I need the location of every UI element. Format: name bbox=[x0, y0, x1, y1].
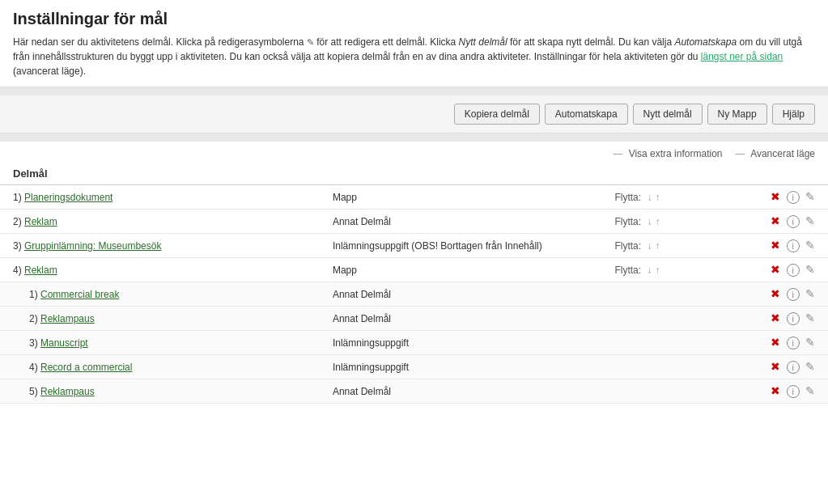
delmål-link[interactable]: Record a commercial bbox=[40, 362, 132, 373]
flytta-cell bbox=[601, 282, 742, 307]
col-flytta bbox=[601, 163, 742, 185]
move-up-icon[interactable]: ↑ bbox=[655, 265, 660, 276]
actions-cell: ✖ i ✎ bbox=[743, 331, 828, 355]
info-icon[interactable]: i bbox=[787, 337, 800, 349]
row-number: 2) bbox=[13, 216, 22, 227]
edit-icon[interactable]: ✎ bbox=[805, 384, 815, 397]
delete-icon[interactable]: ✖ bbox=[771, 384, 780, 397]
table-row: 1) PlaneringsdokumentMappFlytta: ↓↑ ✖ i … bbox=[0, 185, 828, 210]
flytta-cell bbox=[601, 331, 742, 355]
actions-cell: ✖ i ✎ bbox=[743, 307, 828, 331]
info-icon[interactable]: i bbox=[787, 288, 800, 301]
move-down-icon[interactable]: ↓ bbox=[647, 240, 652, 252]
delmål-link[interactable]: Manuscript bbox=[40, 337, 88, 349]
edit-icon[interactable]: ✎ bbox=[805, 190, 815, 203]
actions-cell: ✖ i ✎ bbox=[743, 282, 828, 307]
description: Här nedan ser du aktivitetens delmål. Kl… bbox=[13, 35, 815, 78]
table-row: 3) ManuscriptInlämningsuppgift ✖ i ✎ bbox=[0, 331, 828, 355]
flytta-cell bbox=[601, 379, 742, 404]
info-icon[interactable]: i bbox=[787, 191, 800, 204]
ny-mapp-button[interactable]: Ny Mapp bbox=[707, 104, 767, 125]
row-number: 2) bbox=[29, 313, 38, 324]
help-button[interactable]: Hjälp bbox=[772, 104, 815, 125]
table-row: 2) ReklamAnnat DelmålFlytta: ↓↑ ✖ i ✎ bbox=[0, 210, 828, 234]
delmål-type-cell: Annat Delmål bbox=[320, 210, 601, 234]
table-row: 2) ReklampausAnnat Delmål ✖ i ✎ bbox=[0, 307, 828, 331]
col-actions bbox=[743, 163, 828, 185]
delete-icon[interactable]: ✖ bbox=[771, 263, 780, 276]
delmål-link[interactable]: Commercial break bbox=[40, 289, 119, 300]
delmål-table: Delmål 1) PlaneringsdokumentMappFlytta: … bbox=[0, 163, 828, 404]
move-up-icon[interactable]: ↑ bbox=[655, 240, 660, 252]
edit-icon[interactable]: ✎ bbox=[805, 311, 815, 324]
edit-icon[interactable]: ✎ bbox=[805, 287, 815, 300]
actions-cell: ✖ i ✎ bbox=[743, 379, 828, 404]
move-down-icon[interactable]: ↓ bbox=[647, 265, 652, 276]
delete-icon[interactable]: ✖ bbox=[771, 336, 780, 349]
flytta-cell: Flytta: ↓↑ bbox=[601, 185, 742, 210]
actions-cell: ✖ i ✎ bbox=[743, 210, 828, 234]
move-down-icon[interactable]: ↓ bbox=[647, 216, 652, 227]
edit-icon[interactable]: ✎ bbox=[805, 239, 815, 252]
delmål-name-cell: 4) Reklam bbox=[0, 258, 320, 282]
info-icon[interactable]: i bbox=[787, 215, 800, 228]
edit-icon[interactable]: ✎ bbox=[805, 214, 815, 227]
delmål-name-cell: 1) Commercial break bbox=[0, 282, 320, 307]
delmål-link[interactable]: Reklampaus bbox=[40, 386, 95, 397]
delete-icon[interactable]: ✖ bbox=[771, 287, 780, 300]
delmål-name-cell: 4) Record a commercial bbox=[0, 355, 320, 379]
delmål-link[interactable]: Planeringsdokument bbox=[24, 192, 113, 203]
delete-icon[interactable]: ✖ bbox=[771, 190, 780, 203]
info-icon[interactable]: i bbox=[787, 361, 800, 374]
move-up-icon[interactable]: ↑ bbox=[655, 216, 660, 227]
edit-icon[interactable]: ✎ bbox=[805, 336, 815, 349]
delete-icon[interactable]: ✖ bbox=[771, 239, 780, 252]
delmål-type-cell: Inlämningsuppgift (OBS! Borttagen från I… bbox=[320, 234, 601, 258]
delmål-link[interactable]: Reklam bbox=[24, 265, 57, 276]
delmål-type-cell: Inlämningsuppgift bbox=[320, 331, 601, 355]
advanced-mode-option[interactable]: — Avancerat läge bbox=[735, 148, 815, 159]
table-row: 4) ReklamMappFlytta: ↓↑ ✖ i ✎ bbox=[0, 258, 828, 282]
delmål-link[interactable]: Gruppinlämning: Museumbesök bbox=[24, 240, 161, 252]
delmål-type-cell: Annat Delmål bbox=[320, 282, 601, 307]
edit-symbol-inline: ✎ bbox=[307, 37, 314, 47]
info-icon[interactable]: i bbox=[787, 239, 800, 252]
info-icon[interactable]: i bbox=[787, 312, 800, 325]
delmål-name-cell: 1) Planeringsdokument bbox=[0, 185, 320, 210]
row-number: 1) bbox=[13, 192, 22, 203]
move-down-icon[interactable]: ↓ bbox=[647, 192, 652, 203]
table-row: 3) Gruppinlämning: MuseumbesökInlämnings… bbox=[0, 234, 828, 258]
edit-icon[interactable]: ✎ bbox=[805, 360, 815, 373]
row-number: 4) bbox=[13, 265, 22, 276]
edit-icon[interactable]: ✎ bbox=[805, 263, 815, 276]
row-number: 4) bbox=[29, 362, 38, 373]
row-number: 5) bbox=[29, 386, 38, 397]
delmål-link[interactable]: Reklampaus bbox=[40, 313, 95, 324]
delete-icon[interactable]: ✖ bbox=[771, 214, 780, 227]
delmål-name-cell: 2) Reklam bbox=[0, 210, 320, 234]
copy-delmål-button[interactable]: Kopiera delmål bbox=[454, 104, 540, 125]
delete-icon[interactable]: ✖ bbox=[771, 311, 780, 324]
col-delmål: Delmål bbox=[0, 163, 320, 185]
flytta-cell bbox=[601, 307, 742, 331]
delmål-type-cell: Mapp bbox=[320, 185, 601, 210]
info-icon[interactable]: i bbox=[787, 385, 800, 398]
move-up-icon[interactable]: ↑ bbox=[655, 192, 660, 203]
flytta-cell bbox=[601, 355, 742, 379]
nytt-delmål-button[interactable]: Nytt delmål bbox=[633, 104, 703, 125]
automatskapa-button[interactable]: Automatskapa bbox=[545, 104, 628, 125]
delmål-link[interactable]: Reklam bbox=[24, 216, 57, 227]
delmål-name-cell: 3) Gruppinlämning: Museumbesök bbox=[0, 234, 320, 258]
delmål-type-cell: Mapp bbox=[320, 258, 601, 282]
extra-info-option[interactable]: — Visa extra information bbox=[613, 148, 722, 159]
delmål-name-cell: 2) Reklampaus bbox=[0, 307, 320, 331]
delete-icon[interactable]: ✖ bbox=[771, 360, 780, 373]
advanced-link[interactable]: längst ner på sidan bbox=[701, 51, 783, 62]
table-row: 1) Commercial breakAnnat Delmål ✖ i ✎ bbox=[0, 282, 828, 307]
flytta-cell: Flytta: ↓↑ bbox=[601, 258, 742, 282]
flytta-cell: Flytta: ↓↑ bbox=[601, 234, 742, 258]
delmål-name-cell: 3) Manuscript bbox=[0, 331, 320, 355]
delmål-type-cell: Annat Delmål bbox=[320, 307, 601, 331]
col-type bbox=[320, 163, 601, 185]
info-icon[interactable]: i bbox=[787, 264, 800, 277]
